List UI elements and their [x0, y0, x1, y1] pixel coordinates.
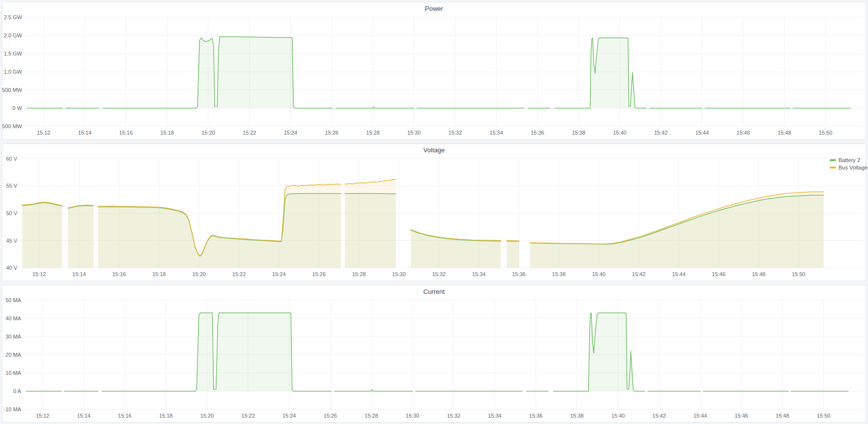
svg-text:15:30: 15:30	[407, 130, 420, 136]
svg-text:15:18: 15:18	[159, 413, 172, 419]
svg-text:15:20: 15:20	[192, 271, 205, 277]
dashboard: 15:1215:1415:1615:1815:2015:2215:2415:26…	[0, 0, 868, 424]
svg-text:15:30: 15:30	[392, 271, 405, 277]
svg-text:15:12: 15:12	[36, 413, 49, 419]
svg-text:50 MA: 50 MA	[5, 297, 21, 303]
svg-text:15:26: 15:26	[312, 271, 326, 277]
svg-text:15:14: 15:14	[72, 271, 85, 277]
svg-text:15:50: 15:50	[817, 413, 830, 419]
current-chart[interactable]: 15:1215:1415:1615:1815:2015:2215:2415:26…	[2, 285, 866, 422]
svg-text:15:40: 15:40	[613, 130, 626, 136]
svg-text:15:44: 15:44	[696, 130, 709, 136]
svg-text:10 MA: 10 MA	[5, 370, 21, 376]
svg-text:15:18: 15:18	[152, 271, 166, 277]
svg-text:2.5 GW: 2.5 GW	[4, 14, 23, 20]
legend-label-bus-voltage: Bus Voltage	[839, 165, 868, 170]
svg-text:15:46: 15:46	[712, 271, 725, 277]
svg-text:15:30: 15:30	[406, 413, 419, 419]
svg-text:15:28: 15:28	[366, 130, 379, 136]
panel-title-power[interactable]: Power	[2, 5, 866, 12]
svg-text:15:46: 15:46	[734, 413, 748, 419]
svg-text:15:28: 15:28	[364, 413, 378, 419]
svg-text:15:18: 15:18	[160, 130, 173, 136]
svg-text:15:34: 15:34	[472, 271, 485, 277]
svg-text:15:38: 15:38	[572, 130, 585, 136]
svg-text:15:12: 15:12	[32, 271, 46, 277]
svg-text:15:42: 15:42	[654, 130, 668, 136]
svg-text:15:22: 15:22	[243, 130, 256, 136]
svg-text:50 V: 50 V	[6, 210, 17, 216]
panel-power: 15:1215:1415:1615:1815:2015:2215:2415:26…	[2, 2, 866, 140]
svg-text:55 V: 55 V	[6, 183, 17, 189]
svg-text:15:32: 15:32	[432, 271, 446, 277]
svg-text:15:44: 15:44	[672, 271, 685, 277]
svg-text:20 MA: 20 MA	[5, 352, 21, 358]
svg-text:15:48: 15:48	[778, 130, 791, 136]
svg-text:1.0 GW: 1.0 GW	[4, 69, 23, 75]
svg-text:15:34: 15:34	[488, 413, 501, 419]
svg-text:15:42: 15:42	[652, 413, 666, 419]
svg-text:40 MA: 40 MA	[5, 315, 21, 321]
svg-text:15:24: 15:24	[282, 413, 296, 419]
svg-text:15:26: 15:26	[325, 130, 338, 136]
svg-text:15:36: 15:36	[512, 271, 525, 277]
svg-text:15:50: 15:50	[792, 271, 805, 277]
svg-text:15:12: 15:12	[37, 130, 50, 136]
svg-text:15:36: 15:36	[529, 413, 542, 419]
svg-text:15:42: 15:42	[632, 271, 645, 277]
svg-text:15:22: 15:22	[232, 271, 246, 277]
svg-text:15:14: 15:14	[78, 130, 91, 136]
svg-text:15:48: 15:48	[776, 413, 789, 419]
series-swatch-battery-2	[830, 159, 836, 161]
svg-text:15:32: 15:32	[448, 130, 462, 136]
legend-label-battery-2: Battery 2	[839, 157, 860, 163]
legend-item-bus-voltage[interactable]: Bus Voltage	[830, 164, 868, 170]
svg-text:15:40: 15:40	[611, 413, 624, 419]
svg-text:15:36: 15:36	[531, 130, 544, 136]
panel-voltage: 15:1215:1415:1615:1815:2015:2215:2415:26…	[2, 143, 866, 281]
svg-text:60 V: 60 V	[6, 156, 17, 162]
voltage-chart[interactable]: 15:1215:1415:1615:1815:2015:2215:2415:26…	[2, 144, 866, 281]
svg-text:15:24: 15:24	[272, 271, 285, 277]
svg-text:-10 MA: -10 MA	[4, 406, 22, 412]
svg-text:15:40: 15:40	[592, 271, 605, 277]
svg-text:30 MA: 30 MA	[5, 334, 21, 339]
panel-title-voltage[interactable]: Voltage	[2, 146, 866, 154]
svg-text:15:16: 15:16	[119, 130, 133, 136]
svg-text:1.5 GW: 1.5 GW	[4, 51, 23, 57]
svg-text:15:44: 15:44	[694, 413, 707, 419]
power-chart[interactable]: 15:1215:1415:1615:1815:2015:2215:2415:26…	[2, 2, 866, 139]
svg-text:15:38: 15:38	[570, 413, 584, 419]
series-swatch-bus-voltage	[830, 167, 836, 169]
svg-text:15:22: 15:22	[241, 413, 254, 419]
svg-text:-500 MW: -500 MW	[2, 123, 23, 129]
svg-text:15:32: 15:32	[447, 413, 460, 419]
svg-text:15:50: 15:50	[819, 130, 832, 136]
panel-title-current[interactable]: Current	[2, 288, 866, 295]
svg-text:500 MW: 500 MW	[2, 87, 23, 93]
svg-text:15:20: 15:20	[200, 413, 214, 419]
svg-text:15:48: 15:48	[752, 271, 765, 277]
svg-text:15:14: 15:14	[77, 413, 90, 419]
svg-text:0 A: 0 A	[13, 388, 22, 394]
svg-text:15:38: 15:38	[552, 271, 565, 277]
panel-current: 15:1215:1415:1615:1815:2015:2215:2415:26…	[2, 285, 866, 423]
svg-text:15:24: 15:24	[284, 130, 297, 136]
svg-text:15:20: 15:20	[201, 130, 215, 136]
svg-text:15:28: 15:28	[352, 271, 365, 277]
svg-text:40 V: 40 V	[6, 265, 17, 271]
legend-item-battery-2[interactable]: Battery 2	[830, 157, 868, 163]
svg-text:15:26: 15:26	[324, 413, 337, 419]
svg-text:2.0 GW: 2.0 GW	[4, 32, 23, 38]
voltage-legend: Battery 2 Bus Voltage	[830, 157, 868, 170]
svg-text:0 W: 0 W	[12, 105, 22, 111]
svg-text:15:16: 15:16	[118, 413, 131, 419]
svg-text:15:46: 15:46	[736, 130, 750, 136]
svg-text:15:34: 15:34	[490, 130, 503, 136]
svg-text:45 V: 45 V	[6, 238, 17, 244]
svg-text:15:16: 15:16	[112, 271, 126, 277]
